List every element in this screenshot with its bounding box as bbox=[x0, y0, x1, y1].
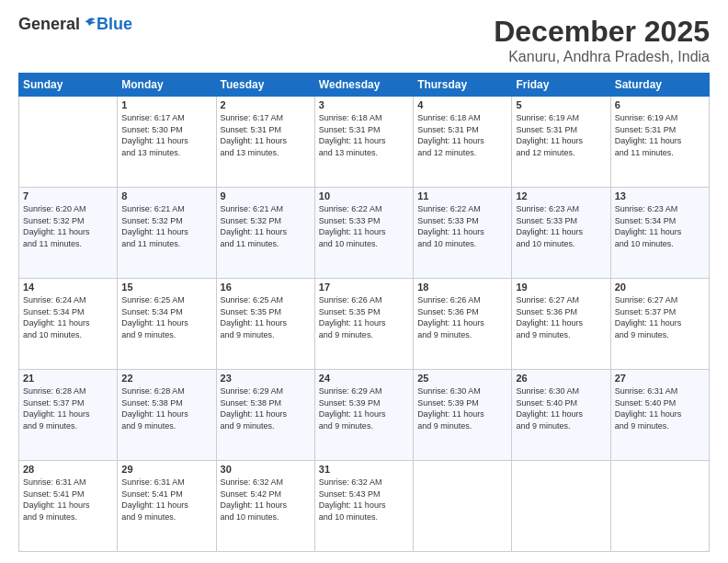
day-number: 31 bbox=[319, 464, 409, 475]
weekday-header-friday: Friday bbox=[512, 74, 610, 97]
calendar-cell: 11Sunrise: 6:22 AM Sunset: 5:33 PM Dayli… bbox=[414, 188, 512, 279]
calendar-week-3: 14Sunrise: 6:24 AM Sunset: 5:34 PM Dayli… bbox=[19, 279, 710, 370]
calendar-week-4: 21Sunrise: 6:28 AM Sunset: 5:37 PM Dayli… bbox=[19, 370, 710, 461]
day-number: 5 bbox=[516, 99, 606, 110]
day-number: 27 bbox=[615, 373, 705, 384]
day-info: Sunrise: 6:18 AM Sunset: 5:31 PM Dayligh… bbox=[417, 112, 507, 158]
month-year-title: December 2025 bbox=[494, 15, 710, 49]
day-number: 21 bbox=[23, 373, 113, 384]
day-number: 20 bbox=[615, 282, 705, 293]
calendar-cell: 8Sunrise: 6:21 AM Sunset: 5:32 PM Daylig… bbox=[118, 188, 216, 279]
calendar-cell: 30Sunrise: 6:32 AM Sunset: 5:42 PM Dayli… bbox=[216, 461, 314, 552]
calendar-cell: 23Sunrise: 6:29 AM Sunset: 5:38 PM Dayli… bbox=[216, 370, 314, 461]
day-number: 15 bbox=[121, 282, 211, 293]
day-info: Sunrise: 6:28 AM Sunset: 5:38 PM Dayligh… bbox=[121, 385, 211, 431]
day-info: Sunrise: 6:29 AM Sunset: 5:38 PM Dayligh… bbox=[221, 385, 311, 431]
day-info: Sunrise: 6:27 AM Sunset: 5:36 PM Dayligh… bbox=[516, 294, 606, 340]
day-info: Sunrise: 6:31 AM Sunset: 5:41 PM Dayligh… bbox=[121, 477, 211, 523]
title-block: December 2025 Kanuru, Andhra Pradesh, In… bbox=[494, 15, 710, 65]
day-number: 19 bbox=[516, 282, 606, 293]
day-info: Sunrise: 6:23 AM Sunset: 5:34 PM Dayligh… bbox=[615, 203, 705, 249]
calendar-cell: 31Sunrise: 6:32 AM Sunset: 5:43 PM Dayli… bbox=[314, 461, 413, 552]
calendar-cell: 17Sunrise: 6:26 AM Sunset: 5:35 PM Dayli… bbox=[314, 279, 413, 370]
calendar-cell bbox=[19, 97, 118, 188]
calendar-cell: 28Sunrise: 6:31 AM Sunset: 5:41 PM Dayli… bbox=[19, 461, 118, 552]
day-info: Sunrise: 6:25 AM Sunset: 5:34 PM Dayligh… bbox=[121, 294, 211, 340]
calendar-cell: 4Sunrise: 6:18 AM Sunset: 5:31 PM Daylig… bbox=[414, 97, 512, 188]
weekday-header-monday: Monday bbox=[118, 74, 216, 97]
day-info: Sunrise: 6:19 AM Sunset: 5:31 PM Dayligh… bbox=[516, 112, 606, 158]
calendar-cell bbox=[610, 461, 709, 552]
day-info: Sunrise: 6:26 AM Sunset: 5:36 PM Dayligh… bbox=[417, 294, 507, 340]
day-number: 9 bbox=[221, 190, 311, 201]
day-info: Sunrise: 6:21 AM Sunset: 5:32 PM Dayligh… bbox=[121, 203, 211, 249]
calendar-week-2: 7Sunrise: 6:20 AM Sunset: 5:32 PM Daylig… bbox=[19, 188, 710, 279]
day-number: 29 bbox=[121, 464, 211, 475]
calendar-week-1: 1Sunrise: 6:17 AM Sunset: 5:30 PM Daylig… bbox=[19, 97, 710, 188]
day-info: Sunrise: 6:31 AM Sunset: 5:41 PM Dayligh… bbox=[23, 477, 113, 523]
weekday-header-tuesday: Tuesday bbox=[216, 74, 314, 97]
day-info: Sunrise: 6:24 AM Sunset: 5:34 PM Dayligh… bbox=[23, 294, 113, 340]
day-number: 30 bbox=[221, 464, 311, 475]
calendar-table: SundayMondayTuesdayWednesdayThursdayFrid… bbox=[18, 73, 710, 552]
day-number: 1 bbox=[121, 99, 211, 110]
calendar-cell: 13Sunrise: 6:23 AM Sunset: 5:34 PM Dayli… bbox=[610, 188, 709, 279]
day-info: Sunrise: 6:30 AM Sunset: 5:40 PM Dayligh… bbox=[516, 385, 606, 431]
day-info: Sunrise: 6:17 AM Sunset: 5:30 PM Dayligh… bbox=[121, 112, 211, 158]
day-info: Sunrise: 6:21 AM Sunset: 5:32 PM Dayligh… bbox=[221, 203, 311, 249]
day-info: Sunrise: 6:32 AM Sunset: 5:43 PM Dayligh… bbox=[319, 477, 409, 523]
calendar-cell bbox=[414, 461, 512, 552]
header: General Blue December 2025 Kanuru, Andhr… bbox=[18, 15, 710, 65]
weekday-header-sunday: Sunday bbox=[19, 74, 118, 97]
location-subtitle: Kanuru, Andhra Pradesh, India bbox=[494, 49, 710, 65]
calendar-cell: 7Sunrise: 6:20 AM Sunset: 5:32 PM Daylig… bbox=[19, 188, 118, 279]
calendar-cell: 12Sunrise: 6:23 AM Sunset: 5:33 PM Dayli… bbox=[512, 188, 610, 279]
calendar-cell: 3Sunrise: 6:18 AM Sunset: 5:31 PM Daylig… bbox=[314, 97, 413, 188]
day-number: 3 bbox=[319, 99, 409, 110]
calendar-cell: 10Sunrise: 6:22 AM Sunset: 5:33 PM Dayli… bbox=[314, 188, 413, 279]
day-number: 26 bbox=[516, 373, 606, 384]
calendar-cell: 22Sunrise: 6:28 AM Sunset: 5:38 PM Dayli… bbox=[118, 370, 216, 461]
day-info: Sunrise: 6:31 AM Sunset: 5:40 PM Dayligh… bbox=[615, 385, 705, 431]
calendar-cell: 25Sunrise: 6:30 AM Sunset: 5:39 PM Dayli… bbox=[414, 370, 512, 461]
day-number: 13 bbox=[615, 190, 705, 201]
day-number: 16 bbox=[221, 282, 311, 293]
day-number: 6 bbox=[615, 99, 705, 110]
logo-general: General bbox=[18, 15, 97, 34]
calendar-cell: 15Sunrise: 6:25 AM Sunset: 5:34 PM Dayli… bbox=[118, 279, 216, 370]
day-info: Sunrise: 6:23 AM Sunset: 5:33 PM Dayligh… bbox=[516, 203, 606, 249]
calendar-cell: 29Sunrise: 6:31 AM Sunset: 5:41 PM Dayli… bbox=[118, 461, 216, 552]
calendar-cell: 16Sunrise: 6:25 AM Sunset: 5:35 PM Dayli… bbox=[216, 279, 314, 370]
day-info: Sunrise: 6:22 AM Sunset: 5:33 PM Dayligh… bbox=[417, 203, 507, 249]
day-number: 23 bbox=[221, 373, 311, 384]
calendar-cell: 9Sunrise: 6:21 AM Sunset: 5:32 PM Daylig… bbox=[216, 188, 314, 279]
day-number: 22 bbox=[121, 373, 211, 384]
logo: General Blue bbox=[18, 15, 132, 34]
day-number: 28 bbox=[23, 464, 113, 475]
calendar-cell: 1Sunrise: 6:17 AM Sunset: 5:30 PM Daylig… bbox=[118, 97, 216, 188]
day-number: 11 bbox=[417, 190, 507, 201]
day-number: 4 bbox=[417, 99, 507, 110]
day-number: 2 bbox=[221, 99, 311, 110]
calendar-cell: 2Sunrise: 6:17 AM Sunset: 5:31 PM Daylig… bbox=[216, 97, 314, 188]
day-info: Sunrise: 6:19 AM Sunset: 5:31 PM Dayligh… bbox=[615, 112, 705, 158]
calendar-cell: 20Sunrise: 6:27 AM Sunset: 5:37 PM Dayli… bbox=[610, 279, 709, 370]
day-number: 14 bbox=[23, 282, 113, 293]
calendar-cell: 5Sunrise: 6:19 AM Sunset: 5:31 PM Daylig… bbox=[512, 97, 610, 188]
weekday-header-saturday: Saturday bbox=[610, 74, 709, 97]
day-info: Sunrise: 6:27 AM Sunset: 5:37 PM Dayligh… bbox=[615, 294, 705, 340]
calendar-cell: 19Sunrise: 6:27 AM Sunset: 5:36 PM Dayli… bbox=[512, 279, 610, 370]
day-info: Sunrise: 6:18 AM Sunset: 5:31 PM Dayligh… bbox=[319, 112, 409, 158]
day-number: 24 bbox=[319, 373, 409, 384]
calendar-cell: 26Sunrise: 6:30 AM Sunset: 5:40 PM Dayli… bbox=[512, 370, 610, 461]
day-info: Sunrise: 6:30 AM Sunset: 5:39 PM Dayligh… bbox=[417, 385, 507, 431]
day-number: 12 bbox=[516, 190, 606, 201]
calendar-week-5: 28Sunrise: 6:31 AM Sunset: 5:41 PM Dayli… bbox=[19, 461, 710, 552]
day-number: 8 bbox=[121, 190, 211, 201]
day-info: Sunrise: 6:29 AM Sunset: 5:39 PM Dayligh… bbox=[319, 385, 409, 431]
day-number: 17 bbox=[319, 282, 409, 293]
weekday-header-thursday: Thursday bbox=[414, 74, 512, 97]
day-info: Sunrise: 6:17 AM Sunset: 5:31 PM Dayligh… bbox=[221, 112, 311, 158]
calendar-cell: 27Sunrise: 6:31 AM Sunset: 5:40 PM Dayli… bbox=[610, 370, 709, 461]
calendar-cell: 21Sunrise: 6:28 AM Sunset: 5:37 PM Dayli… bbox=[19, 370, 118, 461]
